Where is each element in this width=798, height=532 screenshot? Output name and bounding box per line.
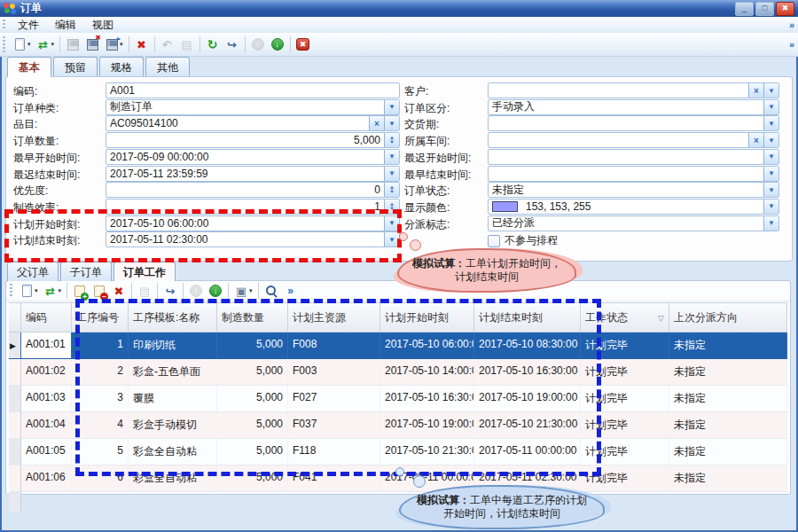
spinner-buttons[interactable]: ▲▼: [384, 133, 399, 147]
field-input[interactable]: ×▼: [488, 132, 779, 148]
field-input[interactable]: 2017-05-11 02:30:00▼: [106, 231, 400, 247]
field-input[interactable]: 153, 153, 255▼: [488, 199, 779, 215]
save-as-button[interactable]: ▾: [103, 35, 125, 53]
table-cell: F027: [288, 386, 380, 412]
delete-button[interactable]: [133, 35, 151, 53]
dropdown-button[interactable]: ▼: [384, 100, 399, 114]
dropdown-button[interactable]: ▼: [763, 83, 778, 98]
column-header-5[interactable]: 计划主资源: [288, 302, 380, 332]
clear-button[interactable]: ×: [369, 116, 384, 130]
tab-2[interactable]: 规格: [99, 57, 144, 76]
toolbar-overflow-chevron-icon[interactable]: »: [789, 39, 794, 50]
field-input[interactable]: 1▲▼: [106, 199, 400, 215]
tab-3[interactable]: 其他: [145, 57, 190, 76]
dropdown-button[interactable]: ▼: [384, 232, 399, 246]
field-input[interactable]: 0▲▼: [106, 182, 400, 198]
table-row-1[interactable]: A001:022彩盒-五色单面5,000F0032017-05-10 14:00…: [9, 359, 787, 386]
column-header-9[interactable]: 上次分派方向: [669, 302, 787, 332]
more-button[interactable]: [282, 282, 300, 300]
dropdown-arrow-icon[interactable]: ▾: [249, 287, 253, 294]
table-row-4[interactable]: A001:055彩盒全自动粘5,000F1182017-05-10 21:30:…: [9, 439, 787, 466]
remove-row-button[interactable]: [90, 282, 108, 300]
dropdown-button[interactable]: ▼: [763, 133, 778, 147]
field-input[interactable]: 5,000▲▼: [106, 132, 400, 148]
field-input[interactable]: ▼: [488, 166, 779, 182]
tab-1[interactable]: 预留: [53, 57, 98, 76]
dropdown-button[interactable]: ▼: [763, 200, 778, 214]
refresh-button[interactable]: [204, 35, 222, 53]
export-button[interactable]: [161, 282, 179, 300]
no-scheduling-checkbox[interactable]: [488, 235, 500, 247]
sub-tab-0[interactable]: 父订单: [7, 262, 59, 281]
column-header-0[interactable]: [9, 302, 21, 332]
dropdown-button[interactable]: ▼: [384, 150, 399, 164]
field-input[interactable]: 已经分派▼: [488, 215, 779, 231]
field-input[interactable]: 2017-05-09 00:00:00▼: [106, 149, 400, 165]
column-header-1[interactable]: 编码: [21, 302, 72, 332]
field-input[interactable]: ▼: [488, 149, 779, 165]
maximize-button[interactable]: □: [755, 2, 774, 16]
field-input[interactable]: 2017-05-11 23:59:59▼: [106, 166, 400, 182]
duplicate-button[interactable]: ▾: [35, 35, 57, 53]
column-header-6[interactable]: 计划开始时刻: [380, 302, 474, 332]
field-input[interactable]: ×▼: [488, 82, 779, 98]
duplicate-button[interactable]: ▾: [42, 282, 64, 300]
dropdown-button[interactable]: ▼: [763, 116, 778, 130]
column-header-8[interactable]: 工作状态▽: [581, 302, 669, 332]
field-input[interactable]: ▼: [488, 115, 779, 131]
column-header-2[interactable]: 工序编号: [72, 302, 129, 332]
dropdown-button[interactable]: ▼: [763, 167, 778, 181]
delete-button[interactable]: [110, 282, 128, 300]
dropdown-button[interactable]: ▼: [763, 100, 778, 114]
spinner-buttons[interactable]: ▲▼: [384, 200, 399, 214]
menu-overflow-chevron-icon[interactable]: »: [789, 20, 794, 30]
dropdown-button[interactable]: ▼: [384, 167, 399, 181]
navigate-down-button[interactable]: [207, 282, 224, 300]
column-header-4[interactable]: 制造数量: [217, 302, 288, 332]
sub-tab-2[interactable]: 订单工作: [113, 262, 176, 281]
field-input[interactable]: 手动录入▼: [488, 99, 779, 115]
minimize-button[interactable]: _: [735, 2, 754, 16]
save-remove-button[interactable]: [83, 35, 101, 53]
clear-button[interactable]: ×: [748, 133, 763, 147]
sub-tab-1[interactable]: 子订单: [60, 262, 112, 281]
new-document-button[interactable]: ▾: [18, 282, 40, 300]
dropdown-arrow-icon[interactable]: ▾: [51, 41, 55, 48]
snapshot-button[interactable]: ▾: [232, 282, 254, 300]
sort-indicator-icon[interactable]: ▽: [658, 314, 664, 323]
menu-item-0[interactable]: 文件: [10, 18, 47, 32]
table-row-0[interactable]: ▶A001:011印刷切纸5,000F0082017-05-10 06:00:0…: [9, 332, 787, 359]
field-input[interactable]: AC095014100×▼: [106, 115, 400, 131]
close-button[interactable]: ✖: [776, 2, 794, 16]
new-document-button[interactable]: ▾: [11, 35, 33, 53]
dropdown-button[interactable]: ▼: [763, 183, 778, 197]
table-cell: 2017-05-10 16:30:00: [474, 359, 581, 386]
clear-button[interactable]: ×: [748, 83, 763, 98]
tab-0[interactable]: 基本: [7, 57, 51, 76]
dropdown-button[interactable]: ▼: [763, 216, 778, 231]
field-input[interactable]: 制造订单▼: [106, 99, 400, 115]
field-input[interactable]: A001: [106, 82, 400, 98]
field-input[interactable]: 2017-05-10 06:00:00▼: [106, 215, 400, 231]
table-cell: 印刷切纸: [129, 332, 217, 359]
menu-item-1[interactable]: 编辑: [47, 18, 84, 32]
menu-item-2[interactable]: 视图: [84, 18, 121, 32]
spinner-buttons[interactable]: ▲▼: [384, 183, 399, 197]
dropdown-button[interactable]: ▼: [763, 150, 778, 164]
field-input[interactable]: 未指定▼: [488, 182, 779, 198]
dropdown-arrow-icon[interactable]: ▾: [59, 287, 62, 294]
find-button[interactable]: [262, 282, 280, 300]
navigate-down-button[interactable]: [269, 35, 286, 53]
dropdown-button[interactable]: ▼: [384, 216, 399, 231]
column-header-7[interactable]: 计划结束时刻: [474, 302, 581, 332]
exit-button[interactable]: [294, 35, 312, 53]
add-row-button[interactable]: [71, 282, 89, 300]
dropdown-arrow-icon[interactable]: ▾: [27, 41, 31, 48]
column-header-3[interactable]: 工序模板:名称: [129, 302, 217, 332]
export-button[interactable]: [223, 35, 241, 53]
table-row-2[interactable]: A001:033覆膜5,000F0272017-05-10 16:30:0020…: [9, 386, 787, 412]
form-row: 最早开始时间:2017-05-09 00:00:00▼: [13, 149, 400, 165]
table-row-3[interactable]: A001:044彩盒手动模切5,000F0372017-05-10 19:00:…: [9, 412, 787, 439]
dropdown-button[interactable]: ▼: [384, 116, 399, 130]
dropdown-arrow-icon[interactable]: ▾: [35, 287, 38, 294]
